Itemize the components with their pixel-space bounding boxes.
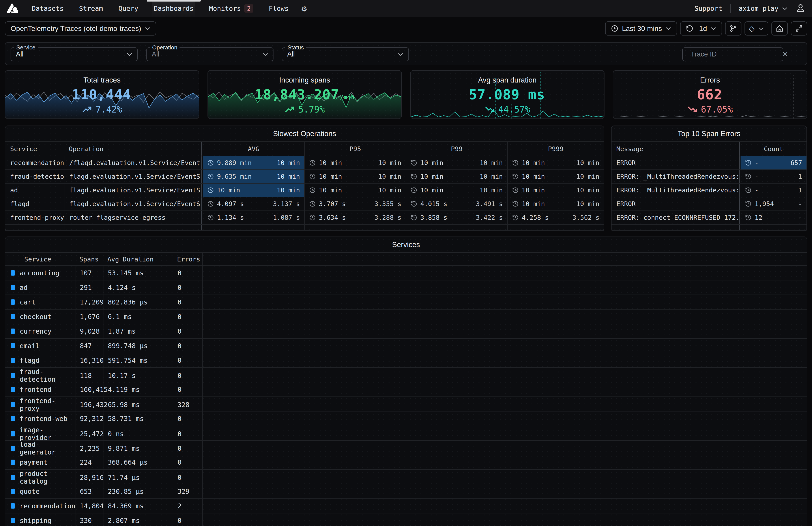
nav-item-stream[interactable]: Stream [78,0,104,17]
column-header[interactable]: AVG [203,142,304,156]
org-switcher[interactable]: axiom-play [739,5,788,12]
table-row[interactable]: checkout 1,676 6.1 ms 0 [5,310,807,324]
scroll-divider[interactable] [738,142,741,156]
column-header[interactable]: Count [741,142,807,156]
column-header[interactable]: Message [611,142,738,156]
table-row[interactable]: quote 653 230.85 µs 329 [5,484,807,499]
p99-cell: 10 min10 min [406,170,507,183]
spans-cell: 25,472 [75,426,103,441]
service-name-cell: frontend-web [5,412,75,426]
user-account-icon[interactable] [796,3,806,14]
table-row[interactable]: recommendation /flagd.evaluation.v1.Serv… [5,156,604,170]
table-row[interactable]: image-provider 25,472 0 ns 0 [5,426,807,441]
nav-item-monitors[interactable]: Monitors 2 [208,0,255,17]
table-row[interactable]: flagd 16,310 591.754 ms 0 [5,353,807,368]
service-name-cell: currency [5,324,75,338]
scroll-divider [200,156,203,169]
annotations-button[interactable]: ◇ [744,22,768,35]
column-header[interactable]: P999 [507,142,604,156]
nav-item-dashboards[interactable]: Dashboards [153,0,195,17]
nav-item-datasets[interactable]: Datasets [30,0,65,17]
service-name-cell: quote [5,484,75,498]
table-row[interactable]: ad flagd.evaluation.v1.Service/EventStre… [5,184,604,197]
clear-search-icon[interactable]: ✕ [782,50,788,58]
table-row[interactable]: recommendation 14,804 84.369 ms 2 [5,499,807,513]
time-range-button[interactable]: Last 30 mins [605,22,677,35]
home-dashboard-button[interactable] [771,22,788,35]
table-row[interactable]: fraud-detection 118 10.17 s 0 [5,368,807,382]
column-header[interactable]: P99 [406,142,507,156]
table-row[interactable]: frontend-web 92,312 58.731 ms 0 [5,412,807,426]
table-row[interactable]: load-generator 2,235 9.871 ms 0 [5,441,807,455]
nav-divider [730,4,730,13]
trace-id-input[interactable] [691,50,779,58]
dashboard-selector[interactable]: OpenTelemetry Traces (otel-demo-traces) [5,22,156,35]
error-message-cell: ERROR: _MultiThreadedRendezvous: <_M… [611,184,738,197]
avg-duration-cell: 368.664 µs [103,455,173,469]
history-icon [207,173,214,180]
scroll-divider[interactable] [200,142,203,156]
errors-cell: 0 [173,310,202,324]
avg-cell: 9.635 min10 min [203,170,304,183]
history-icon [309,173,316,180]
operation-cell: flagd.evaluation.v1.Service/EventStream [64,197,200,211]
p95-cell: 10 min10 min [304,170,406,183]
table-row[interactable]: ERROR -657 [611,156,807,170]
service-color-swatch [11,270,15,275]
table-row[interactable]: ERROR 1,954- [611,197,807,211]
stat-card[interactable]: Total traces 110,444 7.42% [5,70,199,119]
table-row[interactable]: ERROR: _MultiThreadedRendezvous: <_M… -1 [611,184,807,197]
nav-item-query[interactable]: Query [117,0,140,17]
history-icon [686,25,693,32]
panel-title: Slowest Operations [5,126,604,142]
table-row[interactable]: email 847 899.748 µs 0 [5,339,807,353]
column-header[interactable]: Spans [75,253,103,266]
slowest-operations-panel: Slowest Operations Service Operation AVG… [5,126,604,231]
table-row[interactable]: frontend 160,415 4.119 ms 0 [5,382,807,397]
table-row[interactable]: fraud-detection flagd.evaluation.v1.Serv… [5,170,604,184]
service-color-swatch [11,503,15,509]
table-row[interactable]: product-catalog 28,916 71.74 µs 0 [5,470,807,484]
table-row[interactable]: ERROR: connect ECONNREFUSED 172.20.1… 12… [611,211,807,225]
compare-offset-button[interactable]: -1d [680,22,722,35]
settings-gear-icon[interactable]: ⚙ [302,4,307,13]
error-message-cell: ERROR [611,197,738,211]
service-name-cell: checkout [5,310,75,324]
status-filter-select[interactable]: Status All [282,47,409,61]
column-header[interactable]: Service [5,142,64,156]
stat-card[interactable]: Errors 662 67.05% [613,70,807,119]
fullscreen-button[interactable] [791,22,807,35]
service-filter-select[interactable]: Service All [11,47,137,61]
table-row[interactable]: shipping 330 2.807 ms 0 [5,513,807,526]
support-link[interactable]: Support [694,5,722,12]
table-row[interactable]: cart 17,209 802.836 µs 0 [5,295,807,310]
service-color-swatch [11,402,15,407]
column-header[interactable]: Avg Duration [103,253,173,266]
nav-item-flows[interactable]: Flows [267,0,290,17]
table-row[interactable]: flagd flagd.evaluation.v1.Service/EventS… [5,197,604,211]
table-row[interactable]: currency 9,028 1.87 ms 0 [5,324,807,339]
table-row[interactable]: payment 224 368.664 µs 0 [5,455,807,470]
table-row[interactable]: frontend-proxy router flagservice egress… [5,211,604,225]
errors-cell: 0 [173,295,202,309]
axiom-logo-icon[interactable] [6,3,19,14]
avg-cell: 4.097 s3.137 s [203,197,304,211]
version-history-button[interactable] [725,22,741,35]
service-name-cell: fraud-detection [5,368,75,383]
column-header[interactable]: Operation [64,142,200,156]
stat-cards-row: Total traces 110,444 7.42% Incoming span… [5,70,807,119]
table-row[interactable]: ad 291 4.124 s 0 [5,281,807,295]
table-row[interactable]: accounting 107 53.145 ms 0 [5,266,807,281]
stat-card[interactable]: Avg span duration 57.089 ms 44.57% [410,70,605,119]
filters-panel: Service All Operation All Status All ✕ [5,42,807,65]
operation-filter-select[interactable]: Operation All [146,47,274,61]
table-row[interactable]: frontend-proxy 196,432 65.98 ms 328 [5,397,807,412]
spans-cell: 28,916 [75,470,103,485]
table-row[interactable]: ERROR: _MultiThreadedRendezvous: <_M… -1 [611,170,807,184]
column-header[interactable]: Errors [173,253,202,266]
history-icon [512,201,519,207]
stat-card[interactable]: Incoming spans 18,843.207/min 5.79% [207,70,402,119]
avg-duration-cell: 84.369 ms [103,499,173,513]
column-header[interactable]: P95 [304,142,406,156]
column-header[interactable]: Service [5,253,75,266]
